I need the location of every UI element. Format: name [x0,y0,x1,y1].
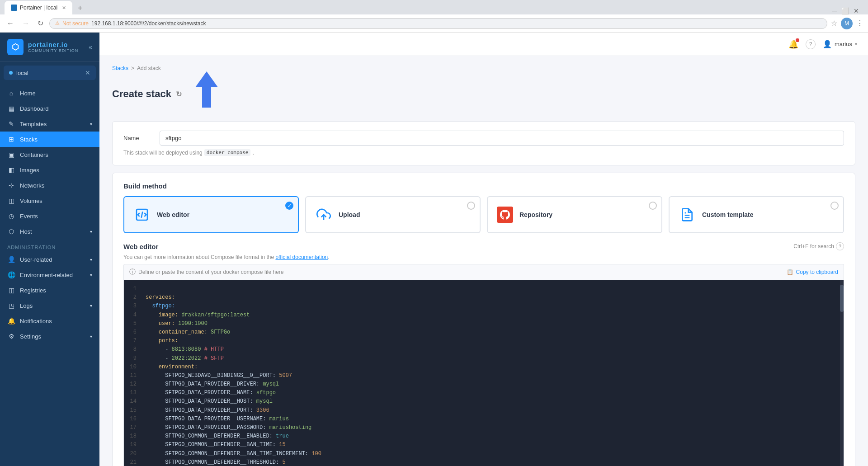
deploy-hint-end: . [252,150,254,156]
build-methods-grid: Web editor ✓ [123,196,844,233]
sidebar-item-images[interactable]: ◧ Images [0,162,99,178]
close-window-btn[interactable]: ✕ [854,7,859,14]
breadcrumb: Stacks > Add stack [112,65,855,71]
method-label-web-editor: Web editor [157,211,189,218]
editor-header: Web editor Ctrl+F for search ? [123,242,844,250]
code-text[interactable]: services: sftpgo: image: drakkan/sftpgo:… [140,280,844,466]
restore-btn[interactable]: ⬜ [841,7,849,14]
stack-name-input[interactable] [160,131,844,146]
volumes-icon: ◫ [7,197,15,204]
sidebar-item-settings[interactable]: ⚙ Settings ▾ [0,329,99,344]
sidebar-env-badge[interactable]: local ✕ [4,66,96,80]
sidebar-item-label: Registries [20,287,46,294]
repo-radio [649,202,657,210]
reload-btn[interactable]: ↻ [35,18,46,28]
tab-favicon [11,5,17,11]
editor-section-title: Web editor [123,243,158,250]
line-num: 2 [127,293,137,302]
sidebar-item-volumes[interactable]: ◫ Volumes [0,193,99,208]
sidebar-item-label: Home [20,90,36,97]
sidebar-item-stacks[interactable]: ⊞ Stacks [0,132,99,147]
sidebar-item-notifications[interactable]: 🔔 Notifications [0,313,99,329]
sidebar-item-user-related[interactable]: 👤 User-related ▾ [0,252,99,267]
copy-to-clipboard-btn[interactable]: 📋 Copy to clipboard [787,269,838,275]
logs-icon: ◳ [7,302,15,309]
sidebar-item-containers[interactable]: ▣ Containers [0,147,99,162]
events-icon: ◷ [7,212,15,220]
forward-btn[interactable]: → [20,19,32,28]
line-num: 14 [127,397,137,406]
docker-compose-cmd: docker compose [204,149,251,156]
sidebar-item-label: Containers [20,151,48,158]
breadcrumb-stacks-link[interactable]: Stacks [112,65,128,71]
line-num: 8 [127,345,137,354]
address-bar[interactable]: ⚠ Not secure 192.168.1.18:9000/#!/2/dock… [49,18,827,29]
sidebar-item-templates[interactable]: ✎ Templates ▾ [0,116,99,132]
sidebar-item-networks[interactable]: ⊹ Networks [0,178,99,193]
tab-close-btn[interactable]: ✕ [62,5,66,11]
profile-avatar[interactable]: M [841,18,853,29]
editor-hint-text: Ctrl+F for search [793,243,834,249]
env-close-btn[interactable]: ✕ [85,69,90,76]
official-documentation-link[interactable]: official documentation [275,254,328,260]
new-tab-btn[interactable]: + [73,2,87,14]
minimize-btn[interactable]: ─ [832,7,837,14]
custom-template-radio [830,202,839,210]
sidebar-item-home[interactable]: ⌂ Home [0,85,99,101]
logo-title: portainer.io [28,41,78,48]
line-num: 9 [127,354,137,363]
refresh-icon[interactable]: ↻ [176,90,182,99]
menu-icon[interactable]: ⋮ [856,19,863,28]
back-btn[interactable]: ← [5,19,16,28]
logo-text: portainer.io COMMUNITY EDITION [28,41,78,53]
line-num: 20 [127,450,137,458]
sidebar-item-label: Stacks [20,136,38,143]
help-icon[interactable]: ? [806,39,816,49]
sidebar-item-host[interactable]: ⬡ Host ▾ [0,224,99,239]
web-editor-radio-selected: ✓ [285,202,293,210]
method-card-web-editor[interactable]: Web editor ✓ [123,196,299,233]
sidebar-item-label: Environment-related [20,272,73,278]
bookmark-icon[interactable]: ☆ [831,19,837,28]
notifications-bell-icon[interactable]: 🔔 [788,39,798,49]
user-menu[interactable]: 👤 marius ▾ [823,40,857,48]
name-label: Name [123,135,151,141]
web-editor-section: Web editor Ctrl+F for search ? You can g… [123,242,844,466]
admin-section-label: Administration [0,239,99,252]
line-num: 6 [127,328,137,337]
line-numbers: 1 2 3 4 5 6 7 8 9 10 11 [124,280,140,466]
define-hint-text: Define or paste the content of your dock… [138,269,284,275]
method-card-repository[interactable]: Repository [487,196,662,233]
main-content: 🔔 ? 👤 marius ▾ Stacks > Add stack Create… [99,33,868,466]
deploy-hint: This stack will be deployed using docker… [123,149,844,156]
user-chevron-icon: ▾ [855,42,857,47]
sidebar-item-registries[interactable]: ◫ Registries [0,282,99,298]
editor-subhint-text: You can get more information about Compo… [123,254,274,260]
images-icon: ◧ [7,166,15,174]
logo-icon: ⬡ [7,39,24,55]
line-num: 10 [127,363,137,372]
scrollbar-track[interactable] [840,280,844,466]
sidebar-item-events[interactable]: ◷ Events [0,208,99,224]
method-card-custom-template[interactable]: Custom template [669,196,844,233]
scrollbar-thumb[interactable] [840,285,844,312]
code-editor[interactable]: 1 2 3 4 5 6 7 8 9 10 11 [123,280,844,466]
page-content: Stacks > Add stack Create stack ↻ Name [99,56,868,466]
env-icon: 🌐 [7,271,15,278]
method-card-upload[interactable]: Upload [305,196,481,233]
sidebar-item-env-related[interactable]: 🌐 Environment-related ▾ [0,267,99,282]
editor-subhint: You can get more information about Compo… [123,254,844,260]
web-editor-icon [133,206,151,223]
active-tab[interactable]: Portainer | local ✕ [5,1,72,14]
user-chevron-icon: ▾ [90,257,92,262]
name-section: Name This stack will be deployed using d… [112,121,855,165]
line-num: 11 [127,372,137,380]
sidebar-collapse-btn[interactable]: « [89,43,92,51]
line-num: 3 [127,302,137,311]
method-label-upload: Upload [339,211,360,218]
templates-icon: ✎ [7,120,15,127]
security-icon: ⚠ [55,20,60,26]
editor-help-icon[interactable]: ? [836,242,844,250]
sidebar-item-logs[interactable]: ◳ Logs ▾ [0,298,99,313]
sidebar-item-dashboard[interactable]: ▦ Dashboard [0,101,99,116]
